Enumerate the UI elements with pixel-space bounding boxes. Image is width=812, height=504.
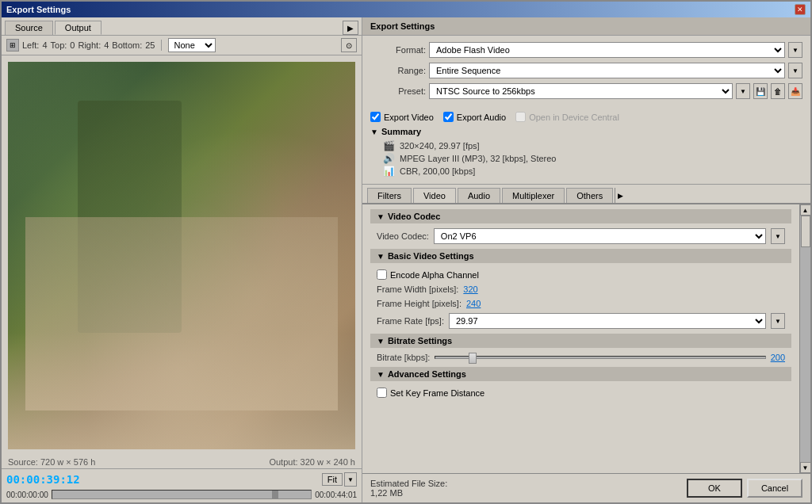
frame-height-value[interactable]: 240 — [466, 299, 481, 308]
video-codec-select[interactable]: On2 VP6 — [434, 228, 766, 244]
left-panel: Source Output ▶ ⊞ Left: 4 Top: 0 Right: … — [2, 17, 362, 502]
range-select[interactable]: Entire Sequence — [429, 63, 785, 78]
none-select[interactable]: None — [168, 38, 216, 52]
fit-button[interactable]: Fit — [322, 473, 343, 486]
right-panel: Export Settings Format: Adobe Flash Vide… — [362, 17, 810, 502]
preset-dropdown[interactable]: ▼ — [736, 83, 750, 99]
basic-video-arrow[interactable]: ▼ — [377, 252, 385, 261]
summary-item-audio: 🔊 MPEG Layer III (MP3), 32 [kbps], Stere… — [370, 152, 802, 165]
video-codec-arrow[interactable]: ▼ — [377, 212, 385, 221]
range-label: Range: — [370, 66, 426, 75]
video-codec-label: Video Codec: — [377, 231, 429, 241]
bitrate-slider-container: 200 — [435, 353, 785, 362]
bitrate-slider[interactable] — [435, 356, 765, 359]
right-label: Right: — [78, 40, 101, 50]
fit-dropdown[interactable]: ▼ — [344, 472, 357, 487]
open-device-input — [515, 112, 526, 122]
panel-nav-right[interactable]: ▶ — [343, 21, 358, 35]
summary-header: ▼ Summary — [370, 127, 802, 136]
preset-select[interactable]: NTSC Source to 256kbps — [429, 83, 733, 99]
tab-filters[interactable]: Filters — [367, 188, 412, 203]
advanced-arrow[interactable]: ▼ — [377, 370, 385, 379]
frame-rate-dropdown[interactable]: ▼ — [771, 313, 785, 329]
export-audio-checkbox[interactable]: Export Audio — [443, 112, 506, 122]
separator — [161, 40, 162, 51]
tabs-nav-right[interactable]: ▶ — [615, 188, 626, 203]
settings-icon[interactable]: ⊙ — [341, 38, 357, 52]
bottom-val: 25 — [145, 40, 155, 50]
bitrate-value[interactable]: 200 — [771, 353, 785, 362]
frame-rate-label: Frame Rate [fps]: — [377, 316, 444, 326]
right-tabs: Filters Video Audio Multiplexer Others ▶ — [362, 188, 810, 204]
output-info: Output: 320 w × 240 h — [269, 457, 355, 467]
basic-video-section-header: ▼ Basic Video Settings — [370, 249, 791, 263]
range-dropdown[interactable]: ▼ — [788, 63, 802, 78]
file-size: Estimated File Size: 1,22 MB — [370, 479, 447, 498]
time-start: 00:00:00:00 — [6, 491, 48, 499]
save-preset-icon[interactable]: 💾 — [753, 83, 768, 99]
close-button[interactable]: ✕ — [795, 4, 806, 15]
crop-icon[interactable]: ⊞ — [6, 39, 19, 52]
right-val: 4 — [104, 40, 109, 50]
main-window: Export Settings ✕ Source Output ▶ ⊞ Left… — [0, 0, 812, 504]
export-audio-input[interactable] — [443, 112, 454, 122]
scrubber-row: 00:00:00:00 00:00:44:01 — [6, 490, 357, 499]
summary-item-video: 🎬 320×240, 29.97 [fps] — [370, 139, 802, 152]
toolbar: ⊞ Left: 4 Top: 0 Right: 4 Bottom: 25 Non… — [2, 36, 362, 55]
summary-arrow[interactable]: ▼ — [370, 128, 378, 136]
tab-audio[interactable]: Audio — [458, 188, 500, 203]
tab-others[interactable]: Others — [566, 188, 613, 203]
preview-image — [8, 62, 355, 449]
scroll-up[interactable]: ▲ — [800, 204, 811, 216]
vertical-scrollbar[interactable]: ▲ ▼ — [799, 204, 810, 473]
scrubber[interactable] — [52, 490, 312, 499]
left-val: 4 — [42, 40, 47, 50]
frame-width-value[interactable]: 320 — [463, 284, 477, 294]
left-label: Left: — [22, 40, 39, 50]
ok-button[interactable]: OK — [687, 479, 742, 498]
open-device-checkbox: Open in Device Central — [515, 112, 619, 122]
scrubber-thumb[interactable] — [272, 491, 278, 498]
frame-rate-row: Frame Rate [fps]: 29.97 ▼ — [370, 313, 791, 329]
scroll-area-wrapper: ▼ Video Codec Video Codec: On2 VP6 ▼ ▼ B… — [362, 204, 810, 473]
format-select[interactable]: Adobe Flash Video — [429, 42, 785, 58]
bitrate-slider-thumb[interactable] — [469, 353, 477, 364]
source-output-bar: Source: 720 w × 576 h Output: 320 w × 24… — [2, 456, 362, 468]
bitrate-arrow[interactable]: ▼ — [377, 337, 385, 346]
checkboxes-row: Export Video Export Audio Open in Device… — [362, 110, 810, 124]
range-row: Range: Entire Sequence ▼ — [370, 63, 802, 78]
video-codec-dropdown[interactable]: ▼ — [771, 228, 785, 244]
encode-alpha-checkbox[interactable] — [377, 269, 387, 280]
settings-scroll[interactable]: ▼ Video Codec Video Codec: On2 VP6 ▼ ▼ B… — [362, 204, 799, 473]
advanced-section-header: ▼ Advanced Settings — [370, 367, 791, 381]
export-video-checkbox[interactable]: Export Video — [370, 112, 434, 122]
tab-video[interactable]: Video — [413, 188, 456, 203]
timecode: 00:00:39:12 — [6, 473, 80, 486]
video-codec-row: Video Codec: On2 VP6 ▼ — [370, 228, 791, 244]
tab-source[interactable]: Source — [5, 21, 53, 35]
keyframe-row: Set Key Frame Distance — [370, 386, 791, 399]
tab-multiplexer[interactable]: Multiplexer — [502, 188, 565, 203]
cancel-button[interactable]: Cancel — [747, 479, 802, 498]
bitrate-label: Bitrate [kbps]: — [377, 353, 430, 362]
keyframe-checkbox[interactable] — [377, 388, 387, 398]
delete-preset-icon[interactable]: 🗑 — [771, 83, 785, 99]
format-label: Format: — [370, 45, 426, 55]
export-settings-header: Export Settings — [362, 17, 810, 36]
frame-width-label: Frame Width [pixels]: — [377, 284, 458, 294]
top-label: Top: — [51, 40, 67, 50]
time-end: 00:00:44:01 — [315, 491, 357, 499]
export-video-input[interactable] — [370, 112, 381, 122]
preset-label: Preset: — [370, 86, 426, 96]
tab-output[interactable]: Output — [55, 21, 102, 35]
import-preset-icon[interactable]: 📥 — [788, 83, 802, 99]
scroll-thumb[interactable] — [801, 216, 810, 247]
format-dropdown[interactable]: ▼ — [788, 42, 802, 58]
bottom-bar: Estimated File Size: 1,22 MB OK Cancel — [362, 473, 810, 502]
scroll-down[interactable]: ▼ — [800, 462, 811, 473]
top-val: 0 — [70, 40, 75, 50]
scroll-track[interactable] — [800, 216, 811, 462]
bottom-controls: 00:00:39:12 Fit ▼ 00:00:00:00 00:00:44:0… — [2, 468, 362, 502]
title-bar: Export Settings ✕ — [2, 2, 810, 17]
frame-rate-select[interactable]: 29.97 — [449, 313, 766, 329]
